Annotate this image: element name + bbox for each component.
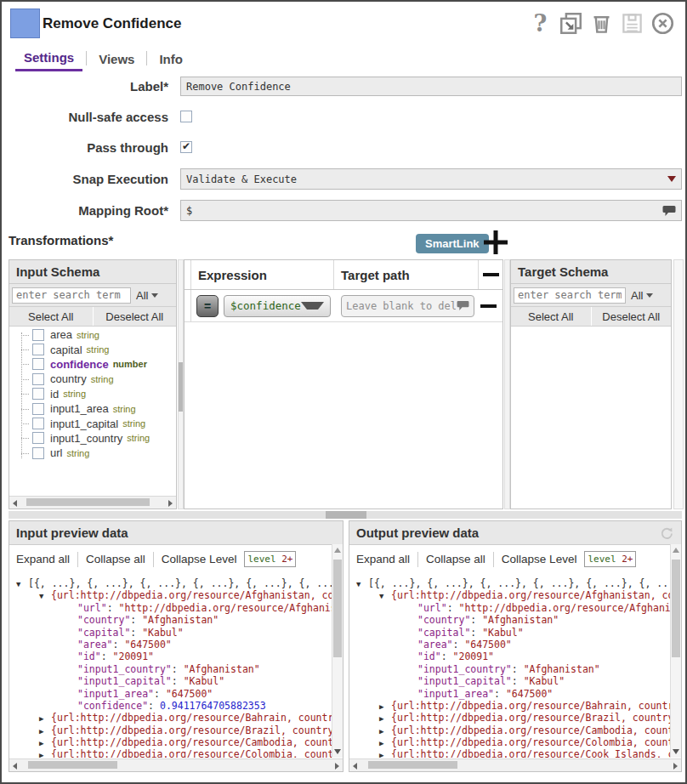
comment-icon[interactable] [662, 205, 676, 217]
collapse-arrow-icon[interactable]: ▼ [379, 590, 391, 601]
input-preview-vscrollbar[interactable] [332, 544, 343, 758]
expression-dropdown[interactable]: $confidence [224, 295, 331, 317]
scroll-thumb[interactable] [26, 498, 150, 506]
mapping-root-field[interactable]: $ [180, 200, 682, 221]
field-checkbox[interactable] [32, 344, 44, 355]
json-line: ▼{url:http://dbpedia.org/resource/Afghan… [9, 589, 332, 601]
input-level-spinner[interactable]: level 2+ [244, 551, 296, 567]
field-checkbox[interactable] [32, 329, 44, 341]
schema-field-country[interactable]: countrystring [9, 372, 176, 386]
smartlink-button[interactable]: SmartLink [416, 234, 489, 253]
scroll-thumb[interactable] [333, 560, 342, 657]
window-vscrollbar[interactable] [673, 259, 684, 509]
scroll-left-icon[interactable] [353, 763, 357, 770]
target-schema-search-input[interactable] [514, 287, 626, 304]
collapse-arrow-icon[interactable]: ▼ [356, 578, 368, 589]
expand-arrow-icon[interactable]: ▶ [379, 737, 391, 748]
label-field[interactable]: Remove Confidence [180, 77, 682, 96]
input-schema-filter-dropdown[interactable]: All [131, 289, 163, 302]
output-expand-all-button[interactable]: Expand all [356, 553, 410, 565]
panel-splitter[interactable] [9, 511, 682, 519]
output-level-spinner[interactable]: level 2+ [584, 551, 636, 567]
input-deselect-all-button[interactable]: Deselect All [94, 307, 177, 326]
input-schema-hscrollbar[interactable] [9, 496, 176, 508]
help-icon[interactable]: ? [528, 11, 553, 36]
schema-field-url[interactable]: urlstring [9, 446, 176, 460]
comment-icon[interactable] [457, 300, 469, 311]
delete-row-button[interactable] [474, 304, 502, 308]
save-icon[interactable] [620, 11, 644, 36]
json-text: : [470, 627, 482, 639]
schema-vscrollbar-right[interactable] [504, 259, 510, 509]
pass-through-checkbox[interactable]: ✔ [180, 141, 192, 153]
scroll-thumb[interactable] [28, 761, 117, 769]
target-deselect-all-button[interactable]: Deselect All [592, 307, 672, 326]
scroll-thumb[interactable] [672, 560, 680, 657]
tab-settings[interactable]: Settings [15, 48, 82, 71]
expand-arrow-icon[interactable]: ▶ [379, 713, 391, 724]
field-checkbox[interactable] [32, 447, 44, 459]
scroll-up-icon[interactable] [334, 548, 341, 553]
field-checkbox[interactable] [32, 403, 44, 415]
json-text: "Kabul" [482, 627, 523, 639]
target-schema-filter-dropdown[interactable]: All [626, 289, 658, 302]
tab-info[interactable]: Info [150, 50, 191, 71]
expand-arrow-icon[interactable]: ▶ [39, 749, 51, 758]
remove-all-rows-button[interactable] [479, 260, 502, 289]
field-checkbox[interactable] [32, 388, 44, 400]
scroll-right-icon[interactable] [335, 763, 339, 770]
close-icon[interactable] [650, 11, 675, 36]
splitter-grip[interactable] [326, 511, 366, 519]
null-safe-checkbox[interactable] [180, 111, 192, 122]
field-checkbox[interactable] [32, 418, 44, 429]
tab-views[interactable]: Views [90, 50, 143, 71]
schema-field-area[interactable]: areastring [9, 327, 176, 342]
field-checkbox[interactable] [32, 358, 44, 370]
scroll-left-icon[interactable] [13, 763, 17, 770]
scroll-thumb[interactable] [368, 761, 457, 769]
collapse-arrow-icon[interactable]: ▼ [39, 590, 51, 601]
scroll-left-icon[interactable] [13, 500, 17, 507]
input-collapse-all-button[interactable]: Collapse all [86, 553, 145, 565]
input-expand-all-button[interactable]: Expand all [16, 553, 70, 565]
refresh-icon[interactable] [659, 526, 674, 541]
scroll-up-icon[interactable] [673, 548, 679, 553]
schema-field-id[interactable]: idstring [9, 387, 176, 401]
schema-vscrollbar-left[interactable] [178, 259, 184, 509]
collapse-arrow-icon[interactable]: ▼ [16, 578, 28, 589]
expand-arrow-icon[interactable]: ▶ [379, 725, 391, 736]
scroll-down-icon[interactable] [334, 749, 341, 754]
field-checkbox[interactable] [32, 373, 44, 385]
schema-field-input1_area[interactable]: input1_areastring [9, 401, 176, 416]
target-path-input[interactable]: Leave blank to delete [341, 295, 474, 317]
scroll-right-icon[interactable] [168, 500, 173, 507]
schema-field-capital[interactable]: capitalstring [9, 342, 176, 356]
expand-arrow-icon[interactable]: ▶ [379, 749, 391, 758]
schema-field-input1_country[interactable]: input1_countrystring [9, 431, 176, 446]
schema-field-input1_capital[interactable]: input1_capitalstring [9, 416, 176, 430]
delete-snap-icon[interactable] [589, 11, 614, 36]
input-collapse-level-button[interactable]: Collapse Level [162, 553, 237, 565]
scroll-down-icon[interactable] [673, 749, 679, 754]
snap-execution-select[interactable]: Validate & Execute [180, 168, 682, 190]
scroll-thumb[interactable] [179, 362, 183, 412]
expand-arrow-icon[interactable]: ▶ [39, 713, 51, 724]
target-select-all-button[interactable]: Select All [511, 307, 592, 326]
output-collapse-level-button[interactable]: Collapse Level [502, 553, 577, 565]
field-type: string [66, 448, 89, 458]
expand-arrow-icon[interactable]: ▶ [39, 737, 51, 748]
input-select-all-button[interactable]: Select All [9, 307, 94, 326]
field-checkbox[interactable] [32, 432, 44, 444]
add-row-button[interactable] [481, 228, 510, 260]
input-schema-search-input[interactable] [12, 287, 131, 304]
duplicate-icon[interactable] [559, 11, 583, 36]
expand-arrow-icon[interactable]: ▶ [379, 701, 391, 712]
input-preview-hscrollbar[interactable] [9, 758, 343, 771]
schema-field-confidence[interactable]: confidencenumber [9, 357, 176, 372]
expand-arrow-icon[interactable]: ▶ [39, 725, 51, 736]
output-preview-hscrollbar[interactable] [349, 758, 681, 771]
expression-toggle-button[interactable]: = [196, 295, 219, 317]
scroll-right-icon[interactable] [673, 763, 678, 770]
output-preview-vscrollbar[interactable] [670, 544, 681, 758]
output-collapse-all-button[interactable]: Collapse all [426, 553, 485, 565]
